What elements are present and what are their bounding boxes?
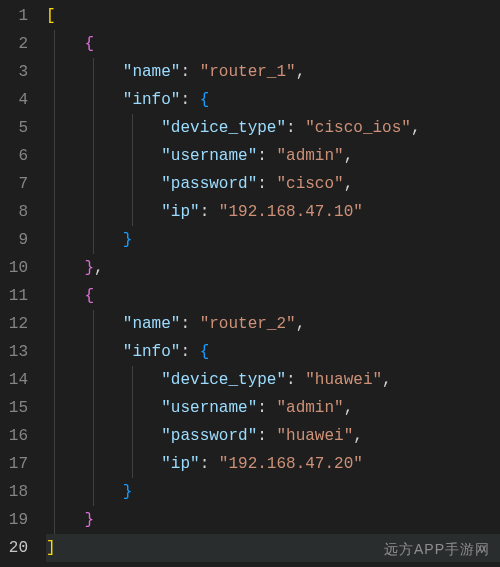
bracket-close: ] bbox=[46, 539, 56, 557]
line-number: 15 bbox=[0, 394, 28, 422]
code-line[interactable]: }, bbox=[46, 254, 500, 282]
code-line[interactable]: "name": "router_2", bbox=[46, 310, 500, 338]
code-line[interactable]: "password": "huawei", bbox=[46, 422, 500, 450]
json-key: "info" bbox=[123, 91, 181, 109]
line-number: 10 bbox=[0, 254, 28, 282]
code-line[interactable]: "username": "admin", bbox=[46, 142, 500, 170]
json-string: "huawei" bbox=[276, 427, 353, 445]
brace-close: } bbox=[84, 259, 94, 277]
json-string: "router_1" bbox=[200, 63, 296, 81]
line-number: 12 bbox=[0, 310, 28, 338]
brace-open: { bbox=[84, 287, 94, 305]
line-number: 8 bbox=[0, 198, 28, 226]
json-string: "cisco" bbox=[276, 175, 343, 193]
json-key: "device_type" bbox=[161, 119, 286, 137]
brace-close: } bbox=[123, 483, 133, 501]
json-string: "admin" bbox=[276, 399, 343, 417]
code-line[interactable]: "info": { bbox=[46, 86, 500, 114]
json-string: "huawei" bbox=[305, 371, 382, 389]
bracket-open: [ bbox=[46, 7, 56, 25]
json-string: "router_2" bbox=[200, 315, 296, 333]
json-key: "info" bbox=[123, 343, 181, 361]
line-number: 2 bbox=[0, 30, 28, 58]
code-line[interactable]: { bbox=[46, 282, 500, 310]
json-key: "username" bbox=[161, 399, 257, 417]
json-key: "password" bbox=[161, 175, 257, 193]
line-number: 13 bbox=[0, 338, 28, 366]
line-number: 5 bbox=[0, 114, 28, 142]
json-key: "ip" bbox=[161, 203, 199, 221]
brace-open: { bbox=[200, 343, 210, 361]
code-area[interactable]: [ { "name": "router_1", "info": { "devic… bbox=[42, 0, 500, 567]
code-line[interactable]: ] bbox=[46, 534, 500, 562]
line-number: 14 bbox=[0, 366, 28, 394]
line-number: 7 bbox=[0, 170, 28, 198]
line-number: 20 bbox=[0, 534, 28, 562]
code-line[interactable]: } bbox=[46, 226, 500, 254]
line-number: 4 bbox=[0, 86, 28, 114]
code-editor[interactable]: 1 2 3 4 5 6 7 8 9 10 11 12 13 14 15 16 1… bbox=[0, 0, 500, 567]
json-key: "device_type" bbox=[161, 371, 286, 389]
brace-close: } bbox=[123, 231, 133, 249]
json-key: "username" bbox=[161, 147, 257, 165]
brace-close: } bbox=[84, 511, 94, 529]
line-number: 1 bbox=[0, 2, 28, 30]
line-number-gutter: 1 2 3 4 5 6 7 8 9 10 11 12 13 14 15 16 1… bbox=[0, 0, 42, 567]
code-line[interactable]: "username": "admin", bbox=[46, 394, 500, 422]
json-key: "password" bbox=[161, 427, 257, 445]
line-number: 16 bbox=[0, 422, 28, 450]
json-key: "name" bbox=[123, 63, 181, 81]
code-line[interactable]: "ip": "192.168.47.20" bbox=[46, 450, 500, 478]
line-number: 17 bbox=[0, 450, 28, 478]
json-string: "192.168.47.10" bbox=[219, 203, 363, 221]
json-string: "admin" bbox=[276, 147, 343, 165]
code-line[interactable]: { bbox=[46, 30, 500, 58]
code-line[interactable]: } bbox=[46, 478, 500, 506]
line-number: 3 bbox=[0, 58, 28, 86]
json-key: "ip" bbox=[161, 455, 199, 473]
json-string: "cisco_ios" bbox=[305, 119, 411, 137]
code-line[interactable]: } bbox=[46, 506, 500, 534]
json-key: "name" bbox=[123, 315, 181, 333]
code-line[interactable]: "info": { bbox=[46, 338, 500, 366]
code-line[interactable]: "ip": "192.168.47.10" bbox=[46, 198, 500, 226]
code-line[interactable]: "device_type": "huawei", bbox=[46, 366, 500, 394]
line-number: 9 bbox=[0, 226, 28, 254]
json-string: "192.168.47.20" bbox=[219, 455, 363, 473]
code-line[interactable]: "name": "router_1", bbox=[46, 58, 500, 86]
line-number: 6 bbox=[0, 142, 28, 170]
brace-open: { bbox=[200, 91, 210, 109]
line-number: 19 bbox=[0, 506, 28, 534]
brace-open: { bbox=[84, 35, 94, 53]
line-number: 11 bbox=[0, 282, 28, 310]
code-line[interactable]: [ bbox=[46, 2, 500, 30]
code-line[interactable]: "password": "cisco", bbox=[46, 170, 500, 198]
code-line[interactable]: "device_type": "cisco_ios", bbox=[46, 114, 500, 142]
line-number: 18 bbox=[0, 478, 28, 506]
